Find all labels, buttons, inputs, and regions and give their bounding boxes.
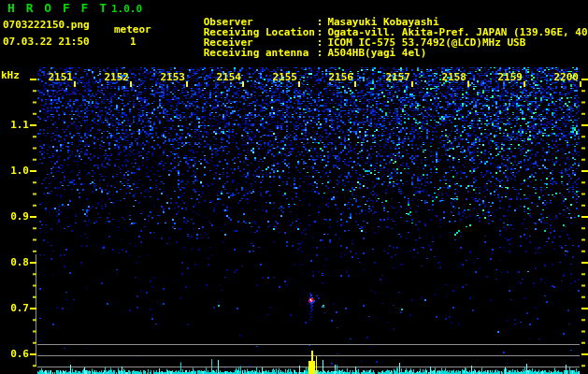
- freq-axis-unit: kHz: [1, 70, 20, 80]
- freq-label: 1.0: [7, 165, 29, 176]
- datetime-label: 07.03.22 21:50: [3, 36, 90, 47]
- info-row-observer: Observer:Masayuki Kobayashi: [166, 7, 588, 17]
- time-label: 2151: [48, 72, 73, 82]
- hrofft-window: H R O F F T 1.0.0 0703222150.png meteor …: [0, 0, 588, 374]
- time-label: 2153: [160, 72, 185, 82]
- app-title: H R O F F T: [7, 2, 108, 14]
- time-label: 2155: [272, 72, 297, 82]
- info-label: Receiving antenna: [204, 48, 317, 58]
- info-value: A504HB(yagi 4el): [327, 47, 426, 59]
- time-label: 2152: [104, 72, 129, 82]
- freq-label: 0.6: [7, 349, 29, 359]
- time-label: 2154: [216, 72, 241, 82]
- station-info-panel: Observer:Masayuki Kobayashi Receiving Lo…: [166, 7, 588, 48]
- meteor-count: 1: [130, 36, 136, 47]
- time-label: 2157: [385, 72, 410, 82]
- time-label: 2159: [497, 72, 523, 82]
- freq-label: 0.7: [7, 303, 29, 313]
- freq-label: 0.8: [7, 257, 29, 267]
- time-label: 2158: [441, 72, 466, 82]
- time-label: 2200: [553, 72, 579, 82]
- mode-label: meteor: [114, 24, 151, 35]
- info-separator: :: [317, 48, 323, 58]
- time-label: 2156: [328, 72, 353, 82]
- freq-label: 0.9: [7, 211, 29, 222]
- freq-label: 1.1: [7, 120, 29, 130]
- app-version: 1.0.0: [111, 4, 142, 14]
- output-filename: 0703222150.png: [3, 20, 90, 30]
